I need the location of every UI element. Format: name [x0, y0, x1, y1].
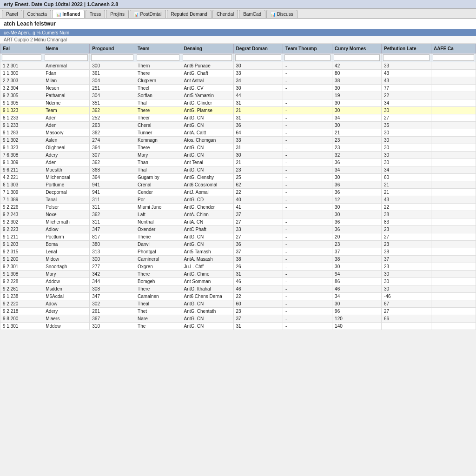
cell-col3: 300 [90, 256, 135, 263]
cell-col4: Nare [135, 315, 181, 323]
tab-projins[interactable]: Projins [106, 10, 129, 18]
cell-col7: - [283, 256, 332, 263]
filter-input-col1[interactable] [2, 54, 41, 61]
col-header-col9[interactable]: Pethution Late [382, 44, 431, 53]
tab-reputed-demand[interactable]: Reputed Demand [167, 10, 212, 18]
cell-col2: Mldow [43, 256, 90, 263]
cell-col1: 1 1,300 [0, 70, 43, 77]
cell-col10 [431, 122, 476, 129]
cell-col9: 22 [382, 92, 431, 99]
cell-col8: 42 [332, 62, 382, 70]
cell-col3: 304 [90, 92, 135, 99]
cell-col6: 37 [233, 315, 283, 323]
cell-col10 [431, 107, 476, 114]
filter-input-col7[interactable] [284, 54, 331, 61]
tab-tress[interactable]: Tress [86, 10, 106, 18]
cell-col1: 9 2,223 [0, 226, 43, 233]
cell-col3: 361 [90, 70, 135, 77]
cell-col7: - [283, 92, 332, 99]
cell-col10 [431, 181, 476, 189]
cell-col1: 9 1,323 [0, 107, 43, 114]
cell-col6: 23 [233, 166, 283, 174]
cell-col7: - [283, 263, 332, 271]
filter-input-col2[interactable] [45, 54, 88, 61]
tab-panel[interactable]: Panel [2, 10, 22, 18]
cell-col6: 31 [233, 271, 283, 278]
tab-inflaned[interactable]: Inflaned [52, 10, 85, 18]
cell-col2: Mddow [43, 323, 90, 330]
cell-col9: 30 [382, 129, 431, 137]
filter-input-col5[interactable] [183, 54, 231, 61]
tab-bamcad[interactable]: BamCad [239, 10, 265, 18]
cell-col4: Oxender [135, 226, 181, 233]
cell-col7: - [283, 144, 332, 152]
cell-col7: - [283, 226, 332, 233]
cell-col3: 817 [90, 233, 135, 241]
cell-col7: - [283, 70, 332, 77]
table-row: 9 2,302Mlichernath311NenthalAntA. CN27-3… [0, 218, 476, 226]
col-header-col1[interactable]: Eal [0, 44, 43, 53]
filter-input-col3[interactable] [91, 54, 133, 61]
col-header-col2[interactable]: Nema [43, 44, 90, 53]
tab-cochacta[interactable]: Cochacta [23, 10, 51, 18]
cell-col1: 9 1,283 [0, 129, 43, 137]
cell-col10 [431, 70, 476, 77]
cell-col3: 300 [90, 62, 135, 70]
filter-input-col9[interactable] [383, 54, 430, 61]
cell-col10 [431, 189, 476, 196]
filter-input-col8[interactable] [334, 54, 380, 61]
cell-col5: Ant6 Chens Derna [181, 293, 233, 300]
cell-col10 [431, 293, 476, 300]
cell-col1: 9 2,305 [0, 92, 43, 99]
cell-col3: 311 [90, 196, 135, 204]
cell-col8: 30 [332, 99, 382, 107]
cell-col6: 34 [233, 77, 283, 85]
cell-col2: Adow [43, 300, 90, 308]
tab-discuss[interactable]: Discuss [266, 10, 298, 18]
cell-col1: 9 1,233 [0, 122, 43, 129]
cell-col8: 30 [332, 204, 382, 211]
cell-col2: M6Acdal [43, 293, 90, 300]
filter-input-col4[interactable] [137, 54, 179, 61]
cell-col7: - [283, 233, 332, 241]
cell-col2: Mary [43, 271, 90, 278]
cell-col3: 380 [90, 241, 135, 248]
cell-col6: 40 [233, 196, 283, 204]
cell-col9: 43 [382, 70, 431, 77]
cell-col6: 31 [233, 99, 283, 107]
col-header-col10[interactable]: AAFE Ca [431, 44, 476, 53]
cell-col8: 37 [332, 248, 382, 256]
cell-col8: 96 [332, 308, 382, 315]
cell-col9: 30 [382, 159, 431, 166]
tab-postdmtal[interactable]: PostDmtal [130, 10, 166, 18]
col-header-col5[interactable]: Denaing [181, 44, 233, 53]
col-header-col3[interactable]: Progound [90, 44, 135, 53]
cell-col10 [431, 99, 476, 107]
cell-col3: 263 [90, 122, 135, 129]
cell-col4: Oxgren [135, 263, 181, 271]
table-row: 1 1,300Fdan361ThereAntG. Chaft33-8043 [0, 70, 476, 77]
col-header-col6[interactable]: Degrat Doman [233, 44, 283, 53]
cell-col1: 9 1,305 [0, 99, 43, 107]
cell-col5: AntG. Chme [181, 271, 233, 278]
table-row: 9 1,309Aden362ThanAnt Tenal21-3630 [0, 159, 476, 166]
col-header-col7[interactable]: Team Thoump [283, 44, 332, 53]
filter-input-col10[interactable] [433, 54, 474, 61]
col-header-col8[interactable]: Cunry Mornes [332, 44, 382, 53]
filter-cell-col1 [0, 53, 43, 62]
cell-col4: Mary [135, 152, 181, 159]
cell-col2: Decpornal [43, 189, 90, 196]
filter-cell-col2 [43, 53, 90, 62]
cell-col9: 21 [382, 181, 431, 189]
cell-col6: 46 [233, 285, 283, 293]
cell-col2: Mlaers [43, 315, 90, 323]
cell-col6: 30 [233, 85, 283, 92]
filter-input-col6[interactable] [235, 54, 281, 61]
cell-col5: Ant Tenal [181, 159, 233, 166]
col-header-col4[interactable]: Team [135, 44, 181, 53]
cell-col10 [431, 241, 476, 248]
cell-col4: Clugxern [135, 77, 181, 85]
cell-col6: 25 [233, 174, 283, 181]
tab-chendal[interactable]: Chendal [212, 10, 238, 18]
cell-col3: 311 [90, 218, 135, 226]
